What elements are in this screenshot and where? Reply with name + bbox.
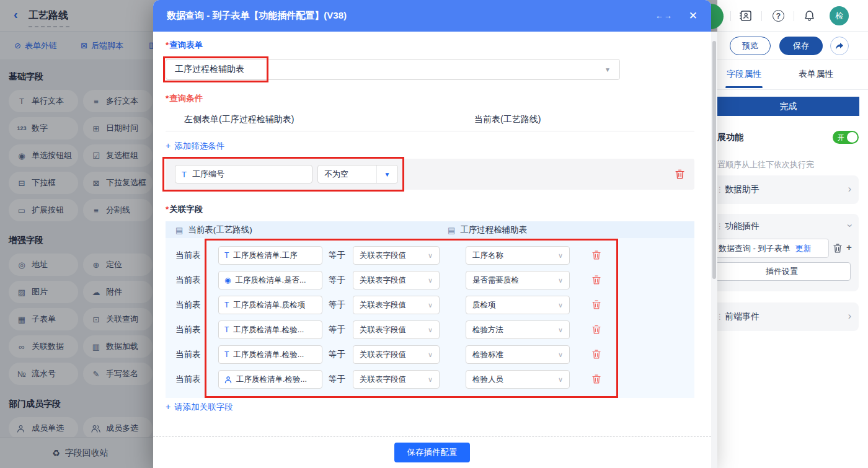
chevron-down-icon: ∨	[428, 351, 433, 359]
text-field-icon: T	[224, 350, 229, 359]
modal-scrollbar-thumb[interactable]	[712, 41, 716, 279]
chevron-down-icon: ∨	[558, 301, 563, 309]
plugin-name: 数据查询 - 到子表单	[719, 243, 790, 254]
chevron-down-icon: ∨	[558, 376, 563, 384]
chevron-right-icon[interactable]: ›	[848, 311, 851, 322]
plugin-item[interactable]: 数据查询 - 到子表单 更新	[717, 239, 829, 258]
plugin-settings-button[interactable]: 插件设置	[717, 262, 851, 281]
chevron-down-icon: ∨	[558, 326, 563, 334]
row-value-select[interactable]: 质检项∨	[466, 296, 570, 314]
row-trash-icon[interactable]	[592, 374, 601, 384]
modal-header: 数据查询 - 到子表单【功能插件配置】(V38) ←→ ✕	[153, 0, 711, 32]
row-trash-icon[interactable]	[592, 300, 601, 309]
filter-operator-value: 不为空	[318, 169, 376, 180]
filter-field-input[interactable]: T 工序编号	[175, 165, 312, 183]
row-value-select[interactable]: 检验人员∨	[466, 370, 570, 389]
share-arrow-icon	[835, 42, 844, 50]
chevron-right-icon[interactable]: ›	[848, 183, 851, 195]
row-field-select[interactable]: T工序质检清单.工序	[218, 246, 322, 265]
right-table-name: 工序过程检辅助表	[460, 224, 527, 236]
query-form-select[interactable]: 工序过程检辅助表 ▼	[166, 59, 620, 80]
row-field-select[interactable]: T工序质检清单.检验...	[218, 320, 322, 339]
help-icon[interactable]: ?	[773, 10, 784, 22]
row-trash-icon[interactable]	[592, 325, 601, 334]
row-field-select[interactable]: T工序质检清单.质检项	[218, 296, 322, 314]
row-prefix: 当前表	[175, 324, 201, 335]
save-button[interactable]: 保存	[779, 37, 823, 55]
drag-handle-icon[interactable]: ⋮	[717, 185, 722, 194]
close-icon[interactable]: ✕	[689, 9, 698, 22]
chevron-down-icon[interactable]: ›	[844, 224, 855, 227]
chevron-down-icon: ∨	[558, 351, 563, 359]
row-value-select[interactable]: 工序名称∨	[466, 246, 570, 265]
row-value-select[interactable]: 检验标准∨	[466, 345, 570, 364]
row-prefix: 当前表	[175, 299, 201, 311]
share-button[interactable]	[830, 37, 849, 55]
row-prefix: 当前表	[175, 250, 201, 261]
filter-field-value: 工序编号	[192, 169, 224, 180]
link-fields-table: ▤当前表(工艺路线) ▤工序过程检辅助表 当前表 T工序质检清单.工序 等于 关…	[166, 221, 694, 398]
divider	[761, 11, 762, 21]
plugin-move-icon[interactable]: +	[846, 242, 852, 252]
toggle-knob	[847, 132, 857, 143]
chevron-down-icon: ∨	[428, 376, 433, 384]
divider	[166, 131, 694, 131]
row-operator: 等于	[329, 275, 345, 286]
modal-title: 数据查询 - 到子表单【功能插件配置】(V38)	[167, 10, 655, 22]
tab-form-properties[interactable]: 表单属性	[799, 69, 833, 80]
chevron-down-icon: ∨	[428, 301, 433, 309]
chevron-down-icon: ∨	[428, 326, 433, 334]
drag-handle-icon[interactable]: ⋮	[717, 312, 722, 321]
plus-icon: +	[166, 141, 170, 151]
card-frontend-events[interactable]: ⋮ 前端事件 ›	[717, 302, 859, 331]
row-trash-icon[interactable]	[592, 250, 601, 260]
row-operator: 等于	[329, 324, 345, 335]
preview-button[interactable]: 预览	[730, 37, 771, 55]
chevron-down-icon: ∨	[428, 276, 433, 285]
contacts-icon[interactable]	[739, 10, 752, 22]
row-operator: 等于	[329, 349, 345, 360]
plugin-trash-icon[interactable]	[833, 244, 842, 253]
row-value-select[interactable]: 检验方法∨	[466, 320, 570, 339]
card-label: 前端事件	[725, 311, 760, 322]
left-table-name: 当前表(工艺路线)	[188, 224, 252, 236]
plugin-update-link[interactable]: 更新	[795, 243, 812, 254]
row-mid-select[interactable]: 关联表字段值∨	[353, 370, 440, 389]
tab-field-properties[interactable]: 字段属性	[727, 69, 761, 80]
card-data-helper[interactable]: ⋮ 数据助手 ›	[717, 175, 859, 204]
extended-function-toggle[interactable]: 开	[833, 131, 859, 144]
caret-down-icon: ▼	[377, 171, 397, 178]
row-trash-icon[interactable]	[592, 350, 601, 359]
row-mid-select[interactable]: 关联表字段值∨	[353, 345, 440, 364]
toggle-on-label: 开	[838, 133, 844, 143]
text-field-icon: T	[224, 251, 229, 260]
link-table-header: ▤当前表(工艺路线) ▤工序过程检辅助表	[166, 221, 694, 238]
row-mid-select[interactable]: 关联表字段值∨	[353, 246, 440, 265]
notification-bell-icon[interactable]	[804, 10, 815, 22]
screen: ‹ 工艺路线 ? 检 ⊘表单外链 ⊠后端脚本 ▥ 基础字段 T单行文本 ≡多行文…	[0, 0, 868, 468]
row-trash-icon[interactable]	[592, 275, 601, 285]
modal-scrollbar-track[interactable]	[711, 32, 717, 468]
row-prefix: 当前表	[175, 275, 201, 286]
row-mid-select[interactable]: 关联表字段值∨	[353, 271, 440, 289]
row-field-select[interactable]: 工序质检清单.检验...	[218, 370, 322, 389]
filter-operator-select[interactable]: 不为空 ▼	[317, 165, 398, 183]
done-button[interactable]: 完成	[717, 97, 859, 116]
add-link-field-link[interactable]: +请添加关联字段	[166, 402, 233, 413]
card-function-plugins: ⋮ 功能插件 › 数据查询 - 到子表单 更新 + 插件设置	[717, 214, 859, 291]
required-asterisk: *	[166, 40, 169, 50]
row-mid-select[interactable]: 关联表字段值∨	[353, 320, 440, 339]
text-field-icon: T	[224, 325, 229, 334]
drag-handle-icon[interactable]: ⋮	[717, 222, 722, 231]
filter-trash-icon[interactable]	[675, 169, 684, 179]
row-mid-select[interactable]: 关联表字段值∨	[353, 296, 440, 314]
link-fields-label: *关联字段	[166, 204, 203, 215]
expand-icon[interactable]: ←→	[655, 11, 673, 20]
row-field-select[interactable]: ◉工序质检清单.是否...	[218, 271, 322, 289]
row-field-select[interactable]: T工序质检清单.检验...	[218, 345, 322, 364]
save-plugin-config-button[interactable]: 保存插件配置	[394, 443, 470, 462]
row-value-select[interactable]: 是否需要质检∨	[466, 271, 570, 289]
panel-tabs: 字段属性 表单属性	[717, 60, 868, 90]
user-avatar[interactable]: 检	[830, 6, 849, 25]
add-filter-condition-link[interactable]: +添加筛选条件	[166, 141, 224, 152]
